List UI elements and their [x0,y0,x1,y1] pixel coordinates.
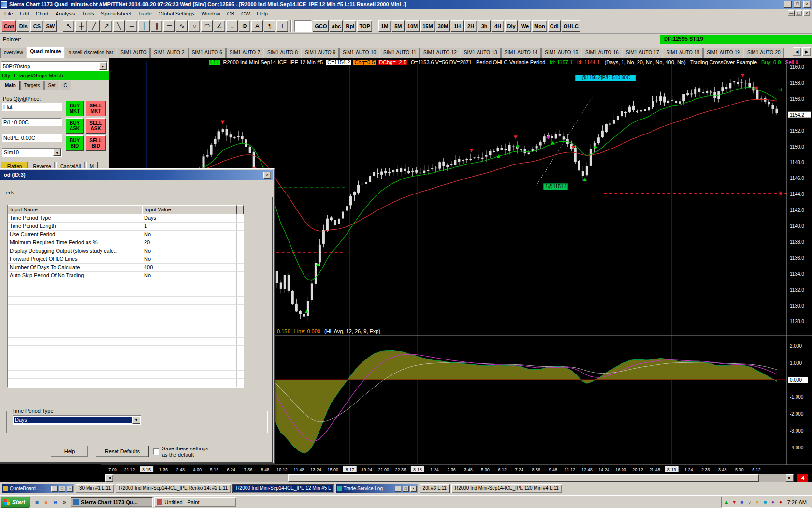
menu-edit[interactable]: Edit [16,9,32,18]
tab-quad-minute[interactable]: Quad_minute [27,47,64,58]
title-bar[interactable]: Sierra Chart 1173 Quad_minute.cht AMP/TT… [0,0,812,9]
quoteboard-window-close-icon[interactable]: × [67,486,73,492]
tab-sim1-auto-19[interactable]: SIM1-AUTO-19 [703,48,743,58]
quick-launch-ie-icon[interactable]: e [51,498,59,507]
dialog-close-icon[interactable]: × [263,172,271,179]
mdi-chip-r2000-ind-mini-sep14-i[interactable]: R2000 Ind Mini-Sep14-ICE_IPE 12 Min #5 L [232,484,334,493]
tab-sim1-auto-17[interactable]: SIM1-AUTO-17 [623,48,663,58]
tab-sim1-auto-11[interactable]: SIM1-AUTO-11 [380,48,420,58]
menu-cw[interactable]: CW [238,9,253,18]
chart-horizontal-scrollbar[interactable]: ◀ ▶ [105,474,794,482]
con-button[interactable]: Con [2,20,16,32]
menu-analysis[interactable]: Analysis [52,9,79,18]
tab-sim1-auto[interactable]: SIM1-AUTO [117,48,150,58]
tab-sim1-auto-12[interactable]: SIM1-AUTO-12 [420,48,460,58]
quoteboard-window-restore-icon[interactable]: □ [59,486,65,492]
task-sierra-chart-1173-qu[interactable]: Sierra Chart 1173 Qu... [71,497,153,507]
chevron-down-icon[interactable]: ▼ [99,62,107,70]
buy-mkt-button[interactable]: BUYMKT [66,101,84,116]
dialog-input-row[interactable]: Number Of Days To Calculate400 [8,264,244,272]
trade-service-log-window-minimize-icon[interactable]: — [395,486,401,492]
tray-volume-icon[interactable]: ♪ [747,499,753,505]
close-icon[interactable]: × [803,1,811,8]
dialog-input-row[interactable]: Minimum Required Time Period as %20 [8,239,244,247]
tab-scroll-left-icon[interactable]: ◀ [793,47,801,56]
quick-launch-firefox-icon[interactable]: ● [42,498,50,507]
mdi-minimize-icon[interactable]: — [788,10,795,16]
chevron-down-icon[interactable]: ▼ [53,149,61,156]
timeframe-3h-button[interactable]: 3h [478,20,491,32]
scroll-left-icon[interactable]: ◀ [105,474,113,482]
tray-antivirus-icon[interactable]: ● [778,499,784,505]
anchor-tool-button[interactable]: ⊥ [276,20,288,32]
crosshair-tool-button[interactable]: ┼ [75,20,87,32]
account-combo[interactable]: Sim10 ▼ [2,148,62,157]
quoteboard-window[interactable]: QuoteBoard ...—□× [2,484,74,493]
pointer-tool-button[interactable]: ↖ [63,20,74,32]
buy-bid-button[interactable]: BUYBID [66,135,84,151]
trade-tab-c[interactable]: C [60,81,71,90]
sell-mkt-button[interactable]: SELLMKT [86,101,106,116]
mdi-chip-20t-3-l-11[interactable]: 20t #3 L:11 [420,484,450,493]
gco-button[interactable]: GCO [313,20,329,32]
trade-service-log-window-close-icon[interactable]: × [410,486,417,492]
tab-sim1-auto-2[interactable]: SIM1-AUTO-2 [150,48,188,58]
tab-scroll-right-icon[interactable]: ▶ [802,47,811,56]
tab-sim1-auto-18[interactable]: SIM1-AUTO-18 [663,48,703,58]
timeframe-10m-button[interactable]: 10M [406,20,420,32]
tab-russell-discretion-bar[interactable]: russell-discretion-bar [65,48,116,58]
arc-tool-button[interactable]: ◠ [201,20,213,32]
dialog-input-row[interactable]: Display Debugging Output (slows study ca… [8,247,244,255]
abc-button[interactable]: abc [330,20,343,32]
cs-button[interactable]: CS [30,20,43,32]
tab-sim1-auto-6[interactable]: SIM1-AUTO-6 [188,48,226,58]
timeframe-15m-button[interactable]: 15M [420,20,435,32]
trade-tab-targets[interactable]: Targets [20,81,44,90]
maximize-icon[interactable]: □ [794,1,801,8]
quick-launch-desktop-icon[interactable]: ■ [32,498,41,507]
ellipse-tool-button[interactable]: ○ [188,20,200,32]
mdi-chip-r2000-ind-mini-sep14-i[interactable]: R2000 Ind Mini-Sep14-ICE_IPE Renko 14t #… [116,484,231,493]
save-default-checkbox[interactable] [153,448,160,455]
menu-trade[interactable]: Trade [135,9,155,18]
tab-sim1-auto-7[interactable]: SIM1-AUTO-7 [226,48,263,58]
menu-tools[interactable]: Tools [79,9,98,18]
quick-launch-overflow-chevron[interactable]: » [60,498,69,507]
dialog-title-bar[interactable]: od (ID:3) × [0,170,273,180]
timeframe-1h-button[interactable]: 1H [451,20,464,32]
sw-button[interactable]: SW [44,20,57,32]
mdi-chip-30-min-1-l-11[interactable]: 30 Min #1 L:11 [76,484,114,493]
timeframe-mon-button[interactable]: Mon [532,20,547,32]
tab-sim1-auto-13[interactable]: SIM1-AUTO-13 [461,48,501,58]
timeframe-we-button[interactable]: We [519,20,531,32]
timeframe-dly-button[interactable]: Dly [505,20,518,32]
tray-update-icon[interactable]: ● [770,499,776,505]
menu-chart[interactable]: Chart [32,9,52,18]
dialog-input-row[interactable]: Forward Project OHLC LinesNo [8,255,244,264]
task-untitled-paint[interactable]: Untitled - Paint [154,497,236,507]
tab-sim1-auto-14[interactable]: SIM1-AUTO-14 [501,48,541,58]
sell-bid-button[interactable]: SELLBID [86,135,106,151]
scroll-right-icon[interactable]: ▶ [786,474,794,482]
minimize-icon[interactable]: — [784,1,792,8]
buy-ask-button[interactable]: BUYASK [66,118,84,134]
tray-connection-down-icon[interactable]: ▼ [731,499,738,505]
top-button[interactable]: TOP [357,20,372,32]
tray-shield-icon[interactable]: ● [754,499,761,505]
tab-sim1-auto-8[interactable]: SIM1-AUTO-8 [264,48,301,58]
dialog-input-row[interactable]: Time Period TypeDays [8,214,244,223]
mdi-restore-icon[interactable]: □ [796,10,802,16]
dialog-input-row[interactable]: Auto Skip Period Of No TradingNo [8,272,244,280]
note-blank-button[interactable] [294,20,312,32]
ray-tool-button[interactable]: ↗ [101,20,112,32]
timeframe-30m-button[interactable]: 30M [436,20,450,32]
vertical-line-tool-button[interactable]: │ [138,20,150,32]
rpl-button[interactable]: Rpl [344,20,356,32]
dialog-input-row[interactable]: Use Current PeriodNo [8,231,244,239]
tab-sim1-auto-10[interactable]: SIM1-AUTO-10 [339,48,379,58]
trade-service-log-window[interactable]: Trade Service Log—□× [336,484,418,493]
text-tool-button[interactable]: A [251,20,263,32]
trade-service-log-window-restore-icon[interactable]: □ [403,486,409,492]
angle-tool-button[interactable]: ∠ [214,20,225,32]
sell-ask-button[interactable]: SELLASK [86,118,106,134]
